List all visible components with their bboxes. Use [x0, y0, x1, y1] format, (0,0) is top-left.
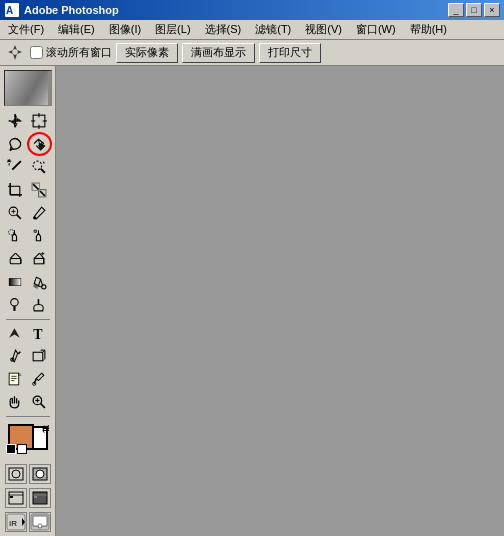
- svg-line-53: [16, 253, 21, 258]
- tool-divider-2: [6, 416, 50, 417]
- svg-point-62: [11, 298, 18, 305]
- tool-row-4: [4, 179, 52, 201]
- menu-image[interactable]: 图像(I): [103, 20, 147, 39]
- svg-line-21: [12, 161, 21, 170]
- maximize-button[interactable]: □: [466, 3, 482, 17]
- standard-screen-button[interactable]: [5, 488, 27, 508]
- paint-bucket-button[interactable]: [28, 271, 51, 293]
- minimize-button[interactable]: _: [448, 3, 464, 17]
- type-tool-button[interactable]: T: [28, 322, 51, 344]
- scroll-all-checkbox[interactable]: [30, 46, 43, 59]
- gradient-tool-button[interactable]: [4, 271, 27, 293]
- lasso-tool-button[interactable]: [4, 133, 27, 155]
- svg-text:T: T: [33, 326, 43, 340]
- tool-row-10: T: [4, 322, 52, 344]
- pen-tool-button[interactable]: [4, 345, 27, 367]
- main-area: T: [0, 66, 504, 536]
- toolbox: T: [0, 66, 56, 536]
- svg-rect-91: [34, 496, 37, 498]
- svg-point-61: [42, 284, 46, 288]
- svg-rect-72: [9, 373, 19, 385]
- close-button[interactable]: ×: [484, 3, 500, 17]
- menu-bar: 文件(F) 编辑(E) 图像(I) 图层(L) 选择(S) 滤镜(T) 视图(V…: [0, 20, 504, 40]
- shape-tool-button[interactable]: [28, 345, 51, 367]
- svg-point-85: [36, 470, 44, 478]
- print-size-button[interactable]: 打印尺寸: [259, 43, 321, 63]
- imageready-icon: [29, 512, 51, 532]
- svg-point-14: [10, 149, 12, 151]
- svg-point-42: [33, 216, 36, 219]
- svg-rect-50: [10, 258, 21, 263]
- free-transform-button[interactable]: [28, 133, 51, 155]
- standard-mode-button[interactable]: [5, 464, 27, 484]
- clone-stamp-button[interactable]: [4, 225, 27, 247]
- menu-select[interactable]: 选择(S): [199, 20, 248, 39]
- tool-row-1: [4, 110, 52, 132]
- burn-tool-button[interactable]: [28, 294, 51, 316]
- menu-layer[interactable]: 图层(L): [149, 20, 196, 39]
- svg-rect-54: [34, 258, 44, 263]
- slice-tool-button[interactable]: [28, 179, 51, 201]
- brush-tool-button[interactable]: [28, 202, 51, 224]
- magic-eraser-button[interactable]: [28, 248, 51, 270]
- move-tool-icon: [4, 42, 26, 64]
- svg-line-55: [34, 253, 39, 258]
- document-thumbnail: [4, 70, 52, 106]
- tool-divider-1: [6, 319, 50, 320]
- zoom-tool-button[interactable]: [28, 391, 51, 413]
- canvas-area: [56, 66, 504, 536]
- tool-row-6: [4, 225, 52, 247]
- default-black-swatch: [6, 444, 16, 454]
- svg-text:A: A: [6, 5, 13, 16]
- color-swatches: ↩ ⇄: [4, 422, 52, 456]
- fit-canvas-button[interactable]: 满画布显示: [182, 43, 255, 63]
- svg-rect-88: [10, 496, 13, 498]
- svg-point-44: [9, 229, 14, 234]
- notes-tool-button[interactable]: [4, 368, 27, 390]
- menu-view[interactable]: 视图(V): [299, 20, 348, 39]
- magic-wand-button[interactable]: [4, 156, 27, 178]
- default-white-swatch: [17, 444, 27, 454]
- tool-row-8: [4, 271, 52, 293]
- move-tool-button[interactable]: [4, 110, 27, 132]
- dodge-tool-button[interactable]: [4, 294, 27, 316]
- svg-point-83: [12, 470, 20, 478]
- tool-row-9: [4, 294, 52, 316]
- svg-line-39: [17, 214, 21, 218]
- svg-line-51: [10, 253, 15, 258]
- full-screen-menu-button[interactable]: [29, 488, 51, 508]
- quick-select-button[interactable]: [28, 156, 51, 178]
- menu-edit[interactable]: 编辑(E): [52, 20, 101, 39]
- crop-tool-button[interactable]: [4, 179, 27, 201]
- title-bar: A Adobe Photoshop _ □ ×: [0, 0, 504, 20]
- path-select-button[interactable]: [4, 322, 27, 344]
- jump-to-imageready-button[interactable]: IR: [5, 512, 27, 532]
- artboard-tool-button[interactable]: [28, 110, 51, 132]
- menu-filter[interactable]: 滤镜(T): [249, 20, 297, 39]
- options-bar: 滚动所有窗口 实际像素 满画布显示 打印尺寸: [0, 40, 504, 66]
- heal-brush-button[interactable]: [4, 202, 27, 224]
- svg-line-29: [41, 168, 45, 172]
- jump-row: IR: [5, 512, 51, 532]
- eyedropper-button[interactable]: [28, 368, 51, 390]
- scroll-all-checkbox-label[interactable]: 滚动所有窗口: [30, 45, 112, 60]
- screen-mode-row: [5, 488, 51, 508]
- svg-line-79: [41, 403, 45, 407]
- menu-help[interactable]: 帮助(H): [404, 20, 453, 39]
- tool-row-3: [4, 156, 52, 178]
- tool-row-12: [4, 368, 52, 390]
- menu-window[interactable]: 窗口(W): [350, 20, 402, 39]
- actual-pixels-button[interactable]: 实际像素: [116, 43, 178, 63]
- tool-row-13: [4, 391, 52, 413]
- menu-file[interactable]: 文件(F): [2, 20, 50, 39]
- tool-row-7: [4, 248, 52, 270]
- svg-marker-2: [8, 45, 22, 60]
- tool-row-5: [4, 202, 52, 224]
- window-title: Adobe Photoshop: [24, 4, 444, 16]
- hand-tool-button[interactable]: [4, 391, 27, 413]
- exchange-colors-button[interactable]: ⇄: [42, 424, 50, 434]
- app-icon: A: [4, 2, 20, 18]
- eraser-button[interactable]: [4, 248, 27, 270]
- pattern-stamp-button[interactable]: [28, 225, 51, 247]
- quick-mask-mode-button[interactable]: [29, 464, 51, 484]
